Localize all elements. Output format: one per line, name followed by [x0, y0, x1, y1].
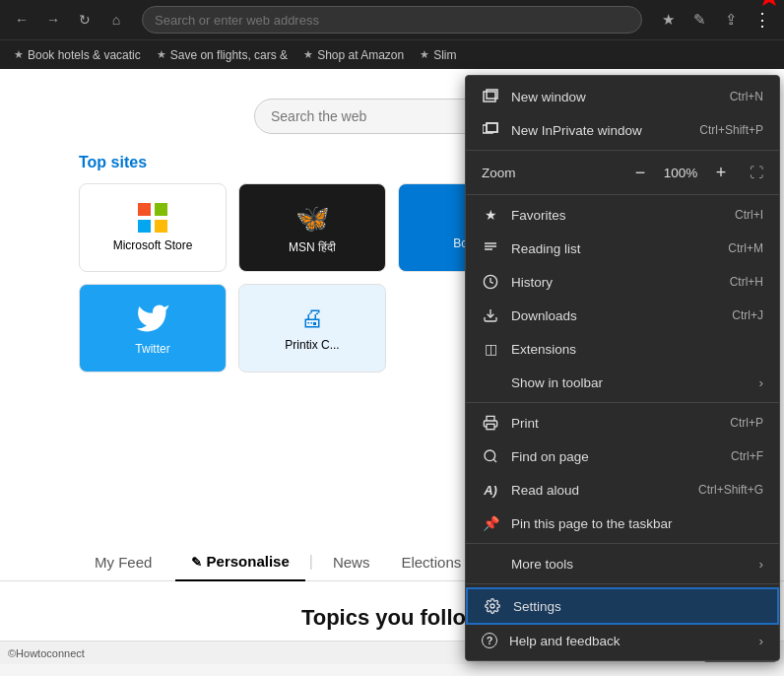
print-label: Print: [511, 416, 539, 431]
show-toolbar-icon: [482, 373, 499, 391]
extensions-icon: ◫: [482, 340, 499, 358]
menu-item-downloads[interactable]: Downloads Ctrl+J: [466, 299, 779, 332]
bookmark-amazon[interactable]: ★ Shop at Amazon: [297, 46, 410, 64]
menu-item-read-aloud[interactable]: A) Read aloud Ctrl+Shift+G: [466, 473, 779, 507]
ms-red-square: [138, 203, 151, 216]
site-label-msn: MSN हिंदी: [289, 240, 336, 254]
new-window-label: New window: [511, 90, 586, 104]
tab-personalise[interactable]: ✎ Personalise: [175, 543, 304, 581]
dropdown-menu: New window Ctrl+N New InPrivate window C…: [465, 75, 780, 661]
bookmark-flights[interactable]: ★ Save on flights, cars &: [151, 46, 294, 64]
show-toolbar-label: Show in toolbar: [511, 375, 603, 390]
copyright-text: ©Howtoconnect: [8, 647, 85, 659]
bookmark-hotels[interactable]: ★ Book hotels & vacatic: [8, 46, 147, 64]
history-label: History: [511, 275, 553, 290]
bookmark-amazon-label: Shop at Amazon: [317, 48, 404, 62]
star-icon-button[interactable]: ★: [654, 6, 682, 34]
nav-bar: ← → ↻ ⌂ ★ ✎ ⇪ ⋮: [0, 0, 784, 39]
zoom-expand-button[interactable]: ⛶: [750, 165, 763, 180]
menu-item-pin-taskbar[interactable]: 📌 Pin this page to the taskbar: [466, 507, 779, 540]
print-shortcut: Ctrl+P: [730, 416, 763, 430]
bookmark-star-icon-3: ★: [303, 48, 313, 61]
menu-item-new-window[interactable]: New window Ctrl+N: [466, 80, 779, 113]
toolbar-icons: ★ ✎ ⇪ ⋮: [654, 6, 776, 34]
twitter-bird-icon: [135, 301, 170, 336]
help-feedback-label: Help and feedback: [509, 634, 621, 648]
bookmark-slim[interactable]: ★ Slim: [414, 46, 462, 64]
svg-rect-1: [484, 92, 495, 101]
downloads-icon: [482, 306, 499, 324]
ms-blue-square: [138, 220, 151, 233]
zoom-decrease-button[interactable]: −: [627, 160, 653, 185]
bookmark-flights-label: Save on flights, cars &: [170, 48, 288, 62]
svg-point-12: [485, 450, 495, 461]
pin-taskbar-label: Pin this page to the taskbar: [511, 516, 673, 531]
menu-item-settings[interactable]: Settings: [466, 587, 779, 625]
more-tools-chevron-icon: ›: [759, 557, 764, 572]
menu-separator-4: [466, 543, 779, 544]
menu-item-history[interactable]: History Ctrl+H: [466, 265, 779, 299]
read-aloud-shortcut: Ctrl+Shift+G: [698, 483, 763, 497]
site-tile-msn-hindi[interactable]: 🦋 MSN हिंदी: [238, 183, 386, 272]
site-tile-microsoft-store[interactable]: Microsoft Store: [79, 183, 227, 272]
forward-button[interactable]: →: [39, 6, 67, 34]
share-icon-button[interactable]: ⇪: [717, 6, 745, 34]
zoom-increase-button[interactable]: +: [708, 160, 734, 185]
history-icon: [482, 273, 499, 291]
svg-point-14: [490, 604, 494, 608]
zoom-label: Zoom: [482, 166, 620, 180]
read-aloud-label: Read aloud: [511, 483, 579, 498]
pencil-icon: ✎: [191, 555, 202, 570]
tab-news[interactable]: News: [317, 544, 386, 580]
menu-item-favorites[interactable]: ★ Favorites Ctrl+I: [466, 198, 779, 232]
tab-personalise-label: Personalise: [207, 553, 290, 570]
svg-rect-11: [487, 424, 494, 429]
menu-separator-5: [466, 583, 779, 584]
help-feedback-chevron-icon: ›: [759, 634, 764, 648]
menu-separator-3: [466, 402, 779, 403]
butterfly-icon: 🦋: [295, 202, 330, 235]
read-aloud-icon: A): [482, 481, 499, 499]
back-button[interactable]: ←: [8, 6, 35, 34]
menu-item-print[interactable]: Print Ctrl+P: [466, 406, 779, 439]
menu-separator-2: [466, 194, 779, 195]
menu-item-extensions[interactable]: ◫ Extensions: [466, 332, 779, 366]
site-tile-printix[interactable]: 🖨 Printix C...: [238, 284, 386, 372]
tab-my-feed[interactable]: My Feed: [79, 544, 167, 580]
pen-icon-button[interactable]: ✎: [686, 6, 713, 34]
history-shortcut: Ctrl+H: [730, 275, 763, 289]
downloads-label: Downloads: [511, 308, 577, 323]
zoom-row: Zoom − 100% + ⛶: [466, 154, 779, 191]
svg-line-13: [493, 459, 496, 462]
refresh-button[interactable]: ↻: [71, 6, 98, 34]
inprivate-shortcut: Ctrl+Shift+P: [699, 123, 763, 137]
menu-item-show-toolbar[interactable]: Show in toolbar ›: [466, 366, 779, 399]
menu-item-find[interactable]: Find on page Ctrl+F: [466, 439, 779, 473]
site-label-ms: Microsoft Store: [113, 238, 193, 252]
browser-chrome: ← → ↻ ⌂ ★ ✎ ⇪ ⋮ ★ Book hotels & vacatic: [0, 0, 784, 69]
address-bar: [142, 6, 642, 34]
settings-gear-icon: [484, 597, 501, 615]
more-tools-label: More tools: [511, 557, 573, 572]
site-label-twitter: Twitter: [135, 342, 169, 356]
favorites-icon: ★: [482, 206, 499, 224]
red-arrow-indicator: [754, 0, 784, 18]
ms-yellow-square: [155, 220, 167, 233]
home-button[interactable]: ⌂: [102, 6, 130, 34]
more-tools-icon: [482, 555, 499, 573]
help-icon: ?: [482, 633, 497, 648]
menu-item-help-feedback[interactable]: ? Help and feedback ›: [466, 625, 779, 656]
extensions-label: Extensions: [511, 342, 576, 357]
downloads-shortcut: Ctrl+J: [732, 308, 763, 322]
tab-separator-2: |: [305, 553, 317, 571]
find-icon: [482, 447, 499, 465]
menu-item-reading-list[interactable]: Reading list Ctrl+M: [466, 232, 779, 265]
menu-item-inprivate[interactable]: New InPrivate window Ctrl+Shift+P: [466, 113, 779, 147]
ms-green-square: [155, 203, 167, 216]
menu-item-more-tools[interactable]: More tools ›: [466, 547, 779, 580]
address-input[interactable]: [155, 13, 629, 28]
favorites-label: Favorites: [511, 208, 566, 223]
bookmark-star-icon-2: ★: [157, 48, 166, 61]
print-icon: [482, 414, 499, 432]
site-tile-twitter[interactable]: Twitter: [79, 284, 227, 372]
